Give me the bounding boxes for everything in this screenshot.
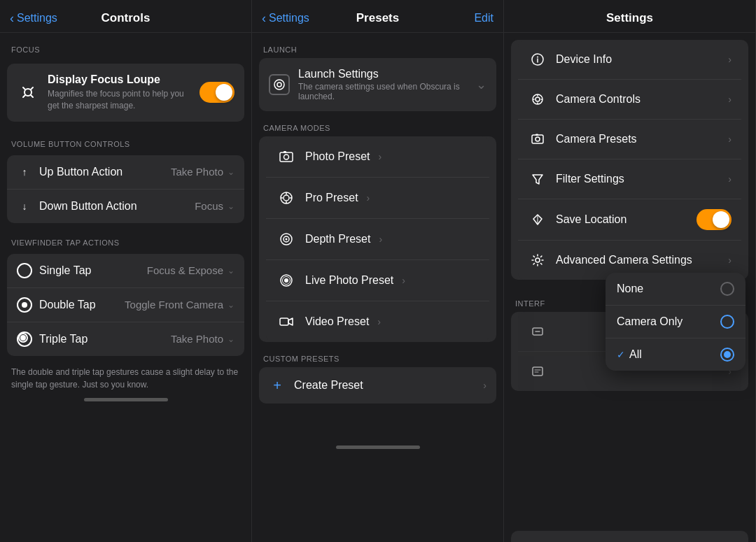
presets-back-chevron-icon: ‹ [262, 11, 266, 26]
pro-preset-icon [276, 187, 297, 208]
svg-rect-35 [536, 134, 538, 136]
controls-scroll: FOCUS Display Focus Loupe Magnifies the … [0, 33, 251, 542]
back-chevron-icon: ‹ [10, 11, 14, 26]
svg-rect-22 [280, 318, 288, 325]
photo-preset-icon [276, 146, 297, 167]
pro-preset-row[interactable]: Pro Preset › [266, 178, 489, 219]
depth-preset-row[interactable]: Depth Preset › [266, 219, 489, 260]
dropdown-all-radio-dot [724, 351, 731, 358]
svg-rect-7 [280, 152, 293, 162]
tap-actions-group: Single Tap Focus & Expose ⌄ Double Tap T… [0, 254, 251, 356]
dropdown-all-content: ✓ All [617, 348, 642, 361]
video-preset-label: Video Preset [305, 315, 369, 328]
video-preset-icon [276, 311, 297, 332]
presets-back-button[interactable]: ‹ Settings [262, 11, 309, 26]
focus-section-label: FOCUS [0, 33, 251, 58]
controls-back-label: Settings [17, 12, 57, 24]
save-location-row[interactable]: Save Location [518, 199, 741, 241]
double-tap-row[interactable]: Double Tap Toggle Front Camera ⌄ [7, 288, 244, 322]
svg-point-34 [536, 137, 540, 141]
down-button-row[interactable]: ↓ Down Button Action Focus ⌄ [7, 190, 244, 223]
camera-modes-section-label: CAMERA MODES [252, 111, 503, 136]
svg-rect-33 [532, 135, 543, 143]
interface-icon-2 [528, 362, 547, 381]
photo-preset-label: Photo Preset [305, 150, 370, 163]
dropdown-all-radio [720, 348, 734, 362]
advanced-camera-chevron: › [728, 255, 732, 266]
controls-back-button[interactable]: ‹ Settings [10, 11, 57, 26]
launch-settings-content: Launch Settings The camera settings used… [298, 68, 468, 101]
dropdown-none[interactable]: None [606, 273, 746, 306]
launch-section-label: LAUNCH [252, 33, 503, 58]
photo-preset-chevron: › [379, 151, 382, 162]
display-focus-loupe-row[interactable]: Display Focus Loupe Magnifies the focus … [7, 64, 244, 122]
up-button-chevron: ⌄ [227, 167, 234, 177]
dropdown-all[interactable]: ✓ All [606, 338, 746, 371]
create-preset-icon: + [269, 377, 286, 394]
create-preset-row[interactable]: + Create Preset › [259, 367, 496, 404]
save-location-toggle[interactable] [696, 209, 732, 230]
camera-presets-row[interactable]: Camera Presets › [518, 120, 741, 159]
down-arrow-icon: ↓ [17, 199, 32, 214]
filter-settings-row[interactable]: Filter Settings › [518, 159, 741, 199]
svg-point-28 [536, 97, 540, 101]
triple-tap-label: Triple Tap [39, 333, 171, 345]
advanced-camera-icon [528, 250, 547, 270]
svg-point-11 [284, 195, 289, 201]
camera-controls-row[interactable]: Camera Controls › [518, 80, 741, 120]
create-preset-label: Create Preset [294, 379, 475, 392]
single-tap-label: Single Tap [39, 264, 147, 277]
settings-nav-bar: Settings [504, 0, 755, 33]
save-location-icon [528, 210, 547, 229]
presets-nav-bar: ‹ Settings Presets Edit [252, 0, 503, 33]
dropdown-none-label: None [617, 283, 643, 295]
video-preset-row[interactable]: Video Preset › [266, 301, 489, 342]
device-info-icon [528, 50, 547, 69]
dropdown-all-label: All [629, 348, 642, 361]
camera-presets-label: Camera Presets [556, 133, 720, 145]
device-info-row[interactable]: Device Info › [518, 40, 741, 80]
launch-settings-row[interactable]: Launch Settings The camera settings used… [259, 58, 496, 111]
svg-marker-36 [533, 175, 542, 184]
triple-tap-row[interactable]: Triple Tap Take Photo ⌄ [7, 322, 244, 356]
settings-title: Settings [606, 11, 653, 25]
presets-edit-button[interactable]: Edit [474, 12, 493, 24]
dropdown-camera-only[interactable]: Camera Only [606, 306, 746, 338]
double-tap-inner [22, 302, 27, 308]
haptics-row[interactable]: Haptics All the Haptics. ⌄ [511, 531, 748, 542]
triple-tap-icon [17, 331, 32, 347]
pro-preset-label: Pro Preset [305, 192, 358, 204]
loupe-toggle[interactable] [200, 82, 234, 103]
live-photo-preset-chevron: › [402, 275, 405, 286]
depth-preset-chevron: › [379, 234, 382, 245]
home-indicator-2 [336, 445, 420, 449]
device-info-chevron: › [728, 54, 732, 65]
svg-line-1 [23, 87, 25, 90]
down-button-label: Down Button Action [39, 200, 195, 213]
camera-controls-chevron: › [728, 94, 732, 105]
presets-scroll: LAUNCH Launch Settings The camera settin… [252, 33, 503, 542]
loupe-icon [17, 81, 39, 104]
settings-panel: Settings Device Info › [504, 0, 756, 542]
up-button-label: Up Button Action [39, 166, 171, 178]
depth-preset-icon [276, 229, 297, 250]
dropdown-popup: None Camera Only ✓ All [606, 273, 746, 371]
up-button-row[interactable]: ↑ Up Button Action Take Photo ⌄ [7, 155, 244, 190]
dropdown-camera-only-label: Camera Only [617, 315, 682, 328]
live-photo-preset-row[interactable]: Live Photo Preset › [266, 260, 489, 301]
single-tap-row[interactable]: Single Tap Focus & Expose ⌄ [7, 254, 244, 288]
camera-presets-icon [528, 129, 547, 149]
filter-settings-label: Filter Settings [556, 173, 720, 185]
advanced-camera-label: Advanced Camera Settings [556, 254, 720, 266]
loupe-toggle-knob [216, 84, 232, 101]
custom-presets-section-label: CUSTOM PRESETS [252, 342, 503, 367]
triple-tap-chevron: ⌄ [227, 334, 234, 344]
photo-preset-row[interactable]: Photo Preset › [266, 136, 489, 178]
volume-controls-group: ↑ Up Button Action Take Photo ⌄ ↓ Down B… [0, 155, 251, 223]
dropdown-camera-only-radio [720, 315, 734, 329]
save-location-toggle-knob [713, 211, 729, 228]
double-tap-label: Double Tap [39, 299, 125, 311]
depth-preset-label: Depth Preset [305, 233, 370, 245]
camera-controls-icon [528, 90, 547, 109]
svg-point-5 [277, 83, 281, 87]
